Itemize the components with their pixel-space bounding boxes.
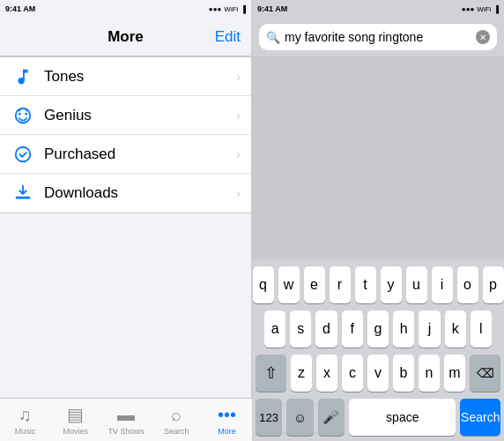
- search-magnifier-icon: 🔍: [266, 31, 280, 44]
- status-bar-left: 9:41 AM ●●● WiFi ▐: [0, 0, 251, 18]
- key-b[interactable]: b: [393, 355, 414, 392]
- tv-tab-icon: ▬: [117, 405, 135, 425]
- downloads-chevron: ›: [236, 186, 241, 200]
- wifi-icon-right: WiFi: [477, 5, 491, 13]
- purchased-label: Purchased: [44, 146, 236, 163]
- genius-chevron: ›: [236, 108, 241, 123]
- key-mic[interactable]: 🎤: [318, 399, 345, 436]
- tv-tab-label: TV Shows: [108, 427, 145, 436]
- menu-item-downloads[interactable]: Downloads ›: [0, 174, 251, 213]
- key-d[interactable]: d: [315, 310, 337, 348]
- key-e[interactable]: e: [304, 266, 325, 303]
- battery-icon-right: ▐: [493, 5, 499, 13]
- menu-item-tones[interactable]: Tones ›: [0, 57, 251, 96]
- menu-list: Tones › Genius ›: [0, 56, 251, 213]
- tab-bar-left: ♫ Music ▤ Movies ▬ TV Shows ⌕ Search •••…: [0, 398, 252, 441]
- key-h[interactable]: h: [393, 310, 414, 348]
- edit-button[interactable]: Edit: [215, 28, 241, 46]
- key-c[interactable]: c: [342, 355, 363, 392]
- key-q[interactable]: q: [253, 266, 274, 303]
- key-j[interactable]: j: [419, 310, 440, 348]
- more-tab-icon: •••: [218, 405, 236, 425]
- downloads-icon: [11, 181, 35, 206]
- tones-chevron: ›: [236, 70, 241, 84]
- keyboard-bottom-row: 123 ☺ 🎤 space Search: [256, 399, 500, 436]
- status-icons-right: ●●● WiFi ▐: [462, 5, 499, 13]
- battery-icon-left: ▐: [241, 5, 246, 13]
- tab-music[interactable]: ♫ Music: [0, 399, 50, 441]
- svg-point-5: [16, 146, 31, 161]
- tones-label: Tones: [44, 68, 236, 86]
- keyboard-row-3: ⇧ z x c v b n m ⌫: [256, 355, 500, 392]
- keyboard: q w e r t y u i o p a s d f g h j k l ⇧ …: [252, 259, 504, 441]
- key-a[interactable]: a: [264, 310, 285, 348]
- key-r[interactable]: r: [330, 266, 351, 303]
- status-time-right: 9:41 AM: [257, 4, 287, 13]
- search-bar-container: 🔍 my favorite song ringtone ✕: [252, 18, 504, 56]
- key-w[interactable]: w: [278, 266, 300, 303]
- key-x[interactable]: x: [316, 355, 337, 392]
- status-bar-right: 9:41 AM ●●● WiFi ▐: [252, 0, 504, 18]
- movies-tab-icon: ▤: [67, 404, 84, 425]
- menu-item-purchased[interactable]: Purchased ›: [0, 135, 251, 174]
- key-emoji[interactable]: ☺: [286, 399, 313, 436]
- svg-rect-6: [16, 197, 31, 199]
- key-n[interactable]: n: [419, 355, 440, 392]
- key-p[interactable]: p: [483, 266, 504, 303]
- key-m[interactable]: m: [444, 355, 465, 392]
- nav-header-title: More: [107, 28, 144, 46]
- key-y[interactable]: y: [381, 266, 402, 303]
- purchased-icon: [11, 142, 35, 167]
- wifi-icon-left: WiFi: [224, 5, 238, 13]
- tab-search[interactable]: ⌕ Search: [152, 399, 202, 441]
- key-space[interactable]: space: [349, 399, 456, 436]
- menu-item-genius[interactable]: Genius ›: [0, 96, 251, 135]
- key-v[interactable]: v: [367, 355, 389, 392]
- keyboard-row-2: a s d f g h j k l: [256, 310, 500, 348]
- search-clear-button[interactable]: ✕: [476, 30, 490, 44]
- tab-tv-shows[interactable]: ▬ TV Shows: [100, 399, 151, 441]
- signal-icon-left: ●●●: [209, 5, 222, 13]
- key-backspace[interactable]: ⌫: [470, 355, 500, 392]
- search-query-text: my favorite song ringtone: [285, 30, 471, 44]
- key-u[interactable]: u: [406, 266, 427, 303]
- nav-header: More Edit: [0, 18, 251, 56]
- signal-icon-right: ●●●: [462, 5, 475, 13]
- downloads-label: Downloads: [44, 184, 236, 202]
- music-tab-icon: ♫: [19, 405, 32, 425]
- movies-tab-label: Movies: [63, 427, 89, 436]
- key-l[interactable]: l: [471, 310, 492, 348]
- music-tab-label: Music: [15, 427, 36, 436]
- search-input-wrap[interactable]: 🔍 my favorite song ringtone ✕: [259, 24, 497, 50]
- keyboard-row-1: q w e r t y u i o p: [256, 266, 500, 303]
- genius-label: Genius: [44, 107, 236, 124]
- tab-more[interactable]: ••• More: [202, 399, 252, 441]
- right-panel: 9:41 AM ●●● WiFi ▐ 🔍 my favorite song ri…: [252, 0, 504, 441]
- key-g[interactable]: g: [367, 310, 389, 348]
- svg-point-1: [19, 112, 21, 115]
- search-content-area: [252, 56, 504, 259]
- key-f[interactable]: f: [342, 310, 363, 348]
- status-time-left: 9:41 AM: [5, 4, 35, 13]
- purchased-chevron: ›: [236, 147, 241, 161]
- status-icons-left: ●●● WiFi ▐: [209, 5, 246, 13]
- key-s[interactable]: s: [290, 310, 311, 348]
- tab-movies[interactable]: ▤ Movies: [50, 399, 100, 441]
- more-tab-label: More: [218, 427, 236, 436]
- key-o[interactable]: o: [457, 266, 478, 303]
- key-shift[interactable]: ⇧: [256, 355, 286, 392]
- key-search[interactable]: Search: [460, 399, 500, 436]
- search-tab-icon: ⌕: [171, 405, 182, 425]
- tones-icon: [11, 64, 35, 89]
- left-panel: 9:41 AM ●●● WiFi ▐ More Edit Tones ›: [0, 0, 252, 441]
- key-z[interactable]: z: [291, 355, 312, 392]
- svg-point-2: [25, 112, 27, 115]
- key-k[interactable]: k: [445, 310, 466, 348]
- key-i[interactable]: i: [432, 266, 453, 303]
- search-tab-label: Search: [164, 427, 189, 436]
- key-t[interactable]: t: [355, 266, 376, 303]
- key-123[interactable]: 123: [256, 399, 282, 436]
- genius-icon: [11, 103, 35, 128]
